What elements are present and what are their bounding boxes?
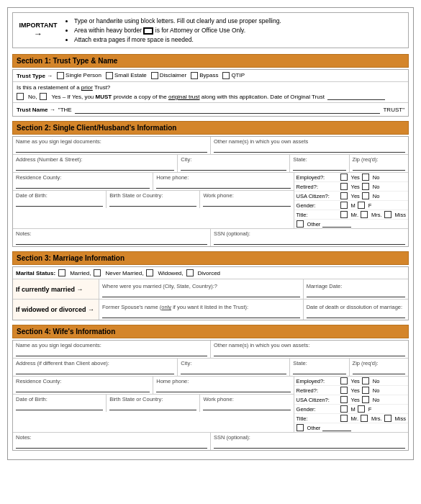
s4-name-field[interactable]: [16, 349, 207, 356]
s2-dob-field[interactable]: [16, 199, 103, 207]
s4-m: M: [351, 406, 356, 413]
s4-yes2: Yes: [351, 387, 360, 394]
instruction-3: Attach extra pages if more space is need…: [74, 35, 281, 45]
cb-mr[interactable]: [340, 211, 348, 218]
s2-employed-label: Employed?:: [296, 174, 338, 181]
cb-retired-no[interactable]: [362, 183, 369, 190]
s4-wp-field[interactable]: [203, 403, 290, 410]
s2-othername-field[interactable]: [214, 145, 405, 153]
s2-zip-field[interactable]: [353, 163, 405, 171]
cb-s4-employed-no[interactable]: [362, 377, 369, 384]
s4-zip-field[interactable]: [353, 367, 405, 374]
s2-zip-cell: Zip (req'd):: [350, 155, 408, 172]
cb-miss[interactable]: [384, 211, 391, 218]
s4-wp-label: Work phone:: [203, 396, 290, 402]
cb-s4-other[interactable]: [296, 424, 304, 431]
s2-dob-label: Date of Birth:: [16, 192, 103, 199]
s2-city-label: City:: [181, 156, 286, 163]
s2-county-field[interactable]: [16, 181, 150, 189]
orig-trust-date-field[interactable]: [327, 93, 385, 100]
f-text: F: [368, 202, 372, 209]
s2-wp-field[interactable]: [203, 199, 290, 207]
s2-othername-label: Other name(s) in which you own assets: [214, 138, 405, 145]
s4-citizen-label: USA Citizen?:: [296, 397, 338, 403]
cb-other[interactable]: [296, 220, 304, 228]
cb-never-married[interactable]: [94, 269, 101, 276]
s2-hp-field[interactable]: [156, 181, 290, 189]
s3-former-spouse-field[interactable]: [102, 311, 300, 318]
cb-s4-miss[interactable]: [384, 415, 391, 422]
s2-birthstate-field[interactable]: [109, 199, 196, 207]
s4-city-field[interactable]: [181, 367, 286, 374]
cb-s4-citizen-yes[interactable]: [340, 396, 348, 403]
cb-divorced[interactable]: [186, 269, 194, 276]
s4-title-row: Title: Mr. Mrs. Miss: [294, 414, 408, 423]
s4-name-label: Name as you sign legal documents:: [16, 342, 207, 348]
cb-yes[interactable]: [40, 93, 47, 100]
s2-notes-field[interactable]: [16, 238, 207, 245]
cb-qtip[interactable]: [222, 72, 230, 79]
section1-header: Section 1: Trust Type & Name: [12, 54, 409, 68]
s3-where-field[interactable]: [102, 290, 300, 297]
cb-s4-retired-no[interactable]: [362, 387, 369, 394]
s4-address-field[interactable]: [16, 367, 174, 374]
s4-ssn-field[interactable]: [214, 441, 405, 449]
s3-marriage-date-field[interactable]: [307, 290, 405, 297]
cb-s4-employed-yes[interactable]: [340, 377, 348, 384]
cb-widowed[interactable]: [146, 269, 153, 276]
s2-address-cell: Address (Number & Street):: [13, 155, 178, 172]
trust-name-field[interactable]: [75, 105, 381, 114]
cb-no[interactable]: [17, 93, 24, 100]
cb-s4-gender-f[interactable]: [358, 405, 365, 413]
s4-city-cell: City:: [178, 359, 290, 376]
cb-retired-yes[interactable]: [340, 183, 348, 190]
s4-no1: No: [373, 378, 380, 384]
other-field[interactable]: [322, 220, 351, 228]
s3-former-spouse-cell: Former Spouse's name (only if you want i…: [99, 300, 304, 320]
s2-address-row: Address (Number & Street): City: State: …: [13, 155, 408, 173]
cb-employed-yes[interactable]: [340, 174, 348, 181]
s4-notes-field[interactable]: [16, 441, 207, 449]
s2-birthstate-label: Birth State or Country:: [109, 192, 196, 199]
s4-birthstate-field[interactable]: [109, 403, 196, 410]
cb-married[interactable]: [58, 269, 65, 276]
cb-citizen-yes[interactable]: [340, 192, 348, 199]
s2-state-field[interactable]: [293, 163, 345, 171]
s4-other-field[interactable]: [322, 424, 351, 431]
s4-othername-field[interactable]: [214, 349, 405, 356]
cb-small[interactable]: [106, 72, 113, 79]
cb-s4-retired-yes[interactable]: [340, 387, 348, 394]
s4-gender-label: Gender:: [296, 406, 338, 413]
cb-s4-mrs[interactable]: [361, 415, 368, 422]
s4-name-cell: Name as you sign legal documents:: [13, 341, 211, 358]
cb-s4-mr[interactable]: [340, 415, 348, 422]
s2-citizen-label: USA Citizen?:: [296, 193, 338, 199]
cb-employed-no[interactable]: [362, 174, 369, 181]
s4-address-row: Address (if different than Client above)…: [13, 359, 408, 377]
s4-state-field[interactable]: [293, 367, 345, 374]
s2-address-field[interactable]: [16, 163, 174, 171]
cb-disclaimer[interactable]: [151, 72, 158, 79]
cb-citizen-no[interactable]: [362, 192, 369, 199]
heavy-border-example: [143, 27, 153, 35]
cb-gender-f[interactable]: [358, 202, 365, 209]
s2-name-field[interactable]: [16, 145, 207, 153]
cb-gender-m[interactable]: [340, 202, 348, 209]
cb-bypass[interactable]: [191, 72, 198, 79]
s4-hp-field[interactable]: [156, 385, 290, 392]
s4-dob-field[interactable]: [16, 403, 103, 410]
cb-single[interactable]: [57, 72, 64, 79]
cb-s4-gender-m[interactable]: [340, 405, 348, 413]
cb-mrs[interactable]: [361, 211, 368, 218]
s2-notes-row: Notes: SSN (optional):: [13, 229, 408, 246]
s2-residence-row: Residence County: Home phone: Date of Bi…: [13, 173, 408, 229]
s4-county-field[interactable]: [16, 385, 150, 392]
s2-ssn-field[interactable]: [214, 238, 405, 245]
yes-text: Yes: [351, 174, 360, 181]
s2-name-label: Name as you sign legal documents:: [16, 138, 207, 145]
s3-marriage-date-cell: Marriage Date:: [304, 279, 408, 299]
divorced-text: Divorced: [198, 270, 221, 276]
s2-city-field[interactable]: [181, 163, 286, 171]
s3-death-date-field[interactable]: [307, 311, 405, 318]
cb-s4-citizen-no[interactable]: [362, 396, 369, 403]
